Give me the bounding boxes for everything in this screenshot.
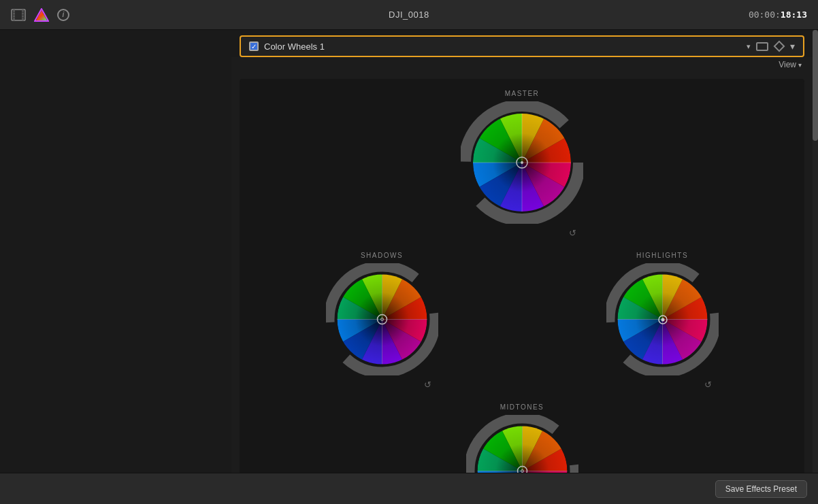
svg-point-35 [661,318,664,322]
color-wheels-panel: MASTER [231,72,813,473]
save-effects-preset-button[interactable]: Save Effects Preset [715,480,807,498]
shadows-wheel-wrapper[interactable] [326,263,438,375]
master-reset[interactable]: ↺ [569,228,576,238]
effects-title-dropdown[interactable]: ▾ [747,42,751,51]
vivid-logo-icon[interactable] [34,8,49,22]
shadows-reset[interactable]: ↺ [424,380,431,390]
effects-enabled-checkbox[interactable]: ✓ [249,41,259,51]
bottom-bar: Save Effects Preset [0,473,818,504]
info-icon[interactable]: i [57,9,69,21]
master-label: MASTER [505,90,540,97]
midtones-wheel-item: MIDTONES [466,403,578,473]
highlights-reset[interactable]: ↺ [704,380,712,390]
effects-header: ✓ Color Wheels 1 ▾ ▾ [240,35,804,57]
view-dropdown-arrow: ▾ [798,61,802,69]
midtones-wheel-wrapper[interactable] [466,415,578,473]
filename-label: DJI_0018 [389,10,429,20]
view-bar: View ▾ [231,57,813,72]
content-area: ✓ Color Wheels 1 ▾ ▾ View ▾ [231,30,813,473]
crop-icon[interactable] [756,42,768,51]
shadows-wheel-item: SHADOWS [326,252,438,390]
effects-header-chevron[interactable]: ▾ [790,41,795,52]
shadows-label: SHADOWS [361,252,403,259]
master-wheel-item: MASTER [461,90,583,238]
highlights-wheel-wrapper[interactable] [606,263,719,375]
timecode-display: 00:00:18:13 [749,10,807,20]
highlights-label: HIGHLIGHTS [636,252,688,259]
keyframe-icon[interactable] [774,41,785,52]
midtones-color-wheel[interactable] [466,415,578,473]
top-bar-left: i [11,8,69,22]
shadows-highlights-row: SHADOWS [245,252,799,390]
effects-header-icons: ▾ [756,41,795,52]
scrollbar[interactable] [813,30,818,473]
midtones-label: MIDTONES [500,403,544,411]
film-icon[interactable] [11,9,26,21]
highlights-color-wheel[interactable] [606,263,719,375]
effects-title: Color Wheels 1 [264,41,741,52]
scroll-thumb[interactable] [813,30,818,141]
master-color-wheel[interactable] [461,101,583,224]
color-wheels-container: MASTER [240,79,804,473]
view-button[interactable]: View ▾ [779,60,802,69]
left-panel [0,30,231,473]
svg-point-19 [521,161,523,164]
shadows-color-wheel[interactable] [326,263,438,375]
highlights-wheel-item: HIGHLIGHTS [606,252,719,390]
top-bar: i DJI_0018 00:00:18:13 [0,0,818,30]
master-wheel-wrapper[interactable] [461,101,583,224]
